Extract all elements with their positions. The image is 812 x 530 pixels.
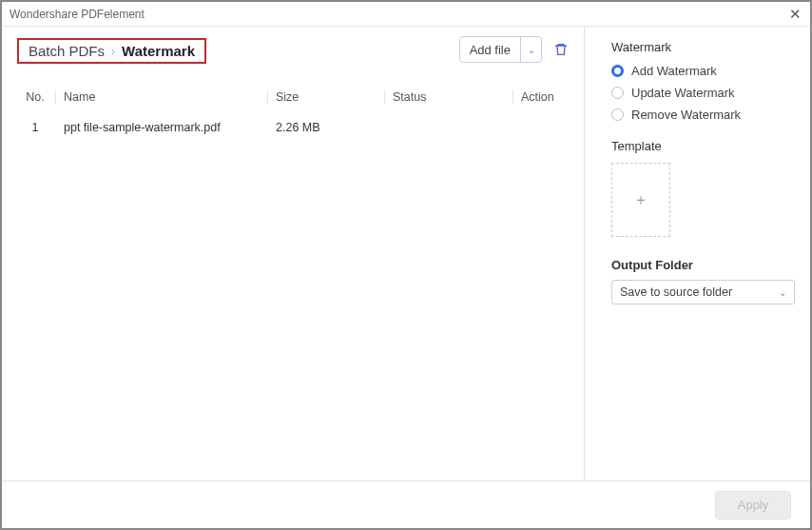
table-body: 1 ppt file-sample-watermark.pdf 2.26 MB (11, 115, 574, 140)
chevron-down-icon: ⌄ (779, 287, 786, 298)
file-panel: Batch PDFs › Watermark Add file ⌄ No. Na… (2, 27, 584, 481)
delete-icon[interactable] (551, 40, 570, 59)
close-icon[interactable]: ✕ (787, 6, 802, 23)
radio-remove-watermark[interactable]: Remove Watermark (611, 108, 795, 122)
chevron-right-icon: › (111, 45, 115, 58)
radio-icon (611, 87, 624, 99)
add-template-button[interactable]: ＋ (611, 163, 670, 237)
title-bar: Wondershare PDFelement ✕ (2, 2, 810, 27)
output-folder-label: Output Folder (611, 258, 795, 272)
col-no: No. (15, 85, 55, 109)
breadcrumb-current: Watermark (122, 43, 195, 59)
watermark-section-title: Watermark (611, 40, 795, 54)
table-row[interactable]: 1 ppt file-sample-watermark.pdf 2.26 MB (11, 115, 574, 140)
window-title: Wondershare PDFelement (10, 8, 787, 21)
breadcrumb-root[interactable]: Batch PDFs (29, 43, 105, 59)
col-size: Size (272, 85, 384, 109)
chevron-down-icon[interactable]: ⌄ (520, 37, 541, 62)
apply-button[interactable]: Apply (715, 491, 791, 520)
radio-update-watermark[interactable]: Update Watermark (611, 86, 795, 100)
col-name: Name (60, 85, 267, 109)
footer: Apply (2, 481, 810, 528)
table-header: No. Name Size Status Action (11, 85, 574, 109)
col-status: Status (389, 85, 512, 109)
settings-panel: Watermark Add Watermark Update Watermark… (584, 27, 810, 481)
output-folder-select[interactable]: Save to source folder ⌄ (611, 280, 795, 304)
plus-icon: ＋ (633, 190, 648, 210)
radio-icon (611, 65, 624, 77)
radio-icon (611, 108, 624, 121)
add-file-button[interactable]: Add file ⌄ (459, 36, 542, 63)
template-section-title: Template (611, 139, 795, 153)
col-action: Action (517, 85, 570, 109)
breadcrumb: Batch PDFs › Watermark (17, 38, 206, 64)
radio-add-watermark[interactable]: Add Watermark (611, 64, 795, 78)
